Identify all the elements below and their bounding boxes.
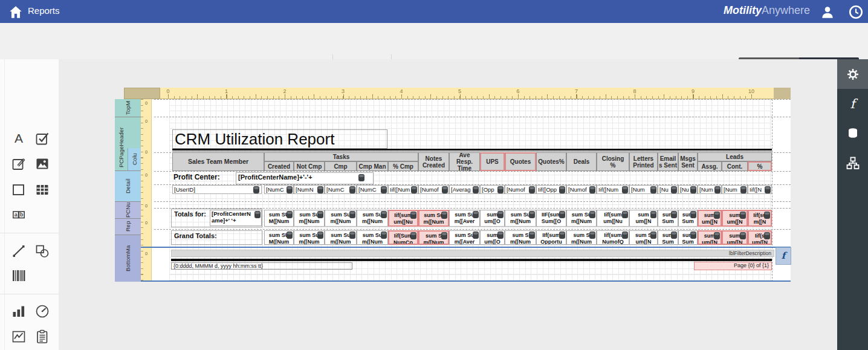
- grand-totals-cell[interactable]: IIf(sum Opportu: [536, 230, 566, 245]
- header-cell[interactable]: Ave Resp. Time: [449, 152, 480, 171]
- grand-totals-cell[interactable]: Iif(Sum NumCo: [388, 230, 418, 245]
- detail-field-textbox[interactable]: [Numof: [505, 185, 536, 194]
- totals-cell[interactable]: Iif(sum um([Nu: [597, 210, 629, 227]
- grand-totals-cell[interactable]: sum um([O: [480, 230, 505, 245]
- filter-description-label[interactable]: lblFilterDescription: [171, 250, 774, 257]
- totals-cell[interactable]: sum Su m([Num: [418, 210, 449, 227]
- grand-totals-cell[interactable]: sum Su m([Aver: [449, 230, 480, 245]
- detail-field-textbox[interactable]: Iif([Num: [388, 185, 418, 194]
- totals-cell[interactable]: sum Su m([Num: [357, 210, 388, 227]
- totals-cell[interactable]: sum um([N: [722, 210, 748, 227]
- header-cell[interactable]: Created: [264, 161, 294, 171]
- detail-field-textbox[interactable]: [Opp: [480, 185, 505, 194]
- totals-cell[interactable]: sum Su m([Num: [294, 210, 325, 227]
- band-tab-colu[interactable]: Colu: [128, 148, 141, 170]
- totals-cell[interactable]: sum SU M([Num: [264, 210, 294, 227]
- totals-cell[interactable]: sum Su m([Num: [566, 210, 597, 227]
- grand-totals-cell[interactable]: sum Sum: [678, 230, 698, 245]
- detail-field-textbox[interactable]: Iif([Num: [597, 185, 629, 194]
- detail-field-textbox[interactable]: [NumC: [264, 185, 294, 194]
- band-separator: [115, 235, 141, 235]
- totals-cell[interactable]: sum Sum: [658, 210, 678, 227]
- report-title-textbox[interactable]: CRM Utilization Report: [172, 129, 387, 149]
- totals-cell[interactable]: sum um([O: [480, 210, 505, 227]
- grand-totals-cell[interactable]: Iif(sum NumofQ: [597, 230, 629, 245]
- detail-field-textbox[interactable]: [NumN: [294, 185, 325, 194]
- totals-cell[interactable]: Iif(su m([N: [748, 210, 772, 227]
- detail-field-textbox[interactable]: [Num: [629, 185, 658, 194]
- detail-field-textbox[interactable]: Iif([Opp: [536, 185, 566, 194]
- totals-cell[interactable]: sum um([N: [629, 210, 658, 227]
- band-tab-pcnu[interactable]: PCNu: [115, 201, 141, 218]
- band-label: Detail: [115, 170, 141, 201]
- totals-cell[interactable]: sum um([N: [698, 210, 722, 227]
- header-cell[interactable]: Quotes%: [536, 152, 566, 171]
- detail-field-textbox[interactable]: [Nu: [678, 185, 698, 194]
- grand-totals-cell[interactable]: sum S m([Num: [418, 230, 449, 245]
- band-expression-button[interactable]: f: [776, 247, 791, 265]
- detail-userid-textbox[interactable]: [UserID]: [172, 185, 262, 194]
- header-cell[interactable]: Deals: [566, 152, 597, 171]
- data-field-icon: [497, 211, 504, 218]
- grand-totals-cell[interactable]: Iif(s um([N: [748, 230, 772, 245]
- header-cell[interactable]: Cmp Man: [357, 161, 388, 171]
- data-field-icon: [497, 232, 504, 239]
- header-cell[interactable]: Closing %: [597, 152, 629, 171]
- ruler-number: 10: [745, 88, 757, 94]
- header-cell[interactable]: Quotes: [505, 152, 536, 171]
- grand-totals-cell[interactable]: sum um([N: [722, 230, 748, 245]
- header-group-cell[interactable]: Tasks: [264, 152, 418, 161]
- band-tab-pc[interactable]: PC: [115, 156, 128, 170]
- totals-cell[interactable]: IIF(sum Sum([O: [536, 210, 566, 227]
- totals-cell[interactable]: sum Su m([Num: [325, 210, 357, 227]
- grand-totals-cell[interactable]: sum Su m([Num: [357, 230, 388, 245]
- totals-cell[interactable]: Iif(sum um([Nu: [388, 210, 418, 227]
- header-cell[interactable]: Msgs Sent: [678, 152, 698, 171]
- grand-totals-cell[interactable]: sum Sum: [658, 230, 678, 245]
- detail-field-textbox[interactable]: Iif([N: [748, 185, 772, 194]
- detail-field-textbox[interactable]: [Num: [698, 185, 722, 194]
- profit-center-label[interactable]: Profit Center:: [173, 173, 234, 183]
- detail-field-textbox[interactable]: [Numof: [418, 185, 449, 194]
- header-cell[interactable]: Not Cmp: [294, 161, 325, 171]
- grand-totals-cell[interactable]: sum S um([N: [629, 230, 658, 245]
- header-cell[interactable]: Email s Sent: [658, 152, 678, 171]
- detail-field-textbox[interactable]: [Nu: [658, 185, 678, 194]
- grand-totals-cell[interactable]: sum S m([Num: [566, 230, 597, 245]
- page-number-textbox[interactable]: Page {0} of {1}: [694, 262, 772, 270]
- profit-center-expression-textbox[interactable]: [ProfitCenterName]+'-'+: [236, 172, 374, 184]
- grand-totals-cell[interactable]: sum SU M([Num: [264, 230, 294, 245]
- totals-expression-textbox[interactable]: [ProfitCenterN ame]+' '+: [210, 210, 262, 226]
- header-group-cell[interactable]: Leads: [698, 152, 772, 161]
- header-cell[interactable]: % Cmp: [388, 161, 418, 171]
- header-cell[interactable]: Cont.: [722, 161, 748, 171]
- header-cell[interactable]: Sales Team Member: [172, 152, 264, 171]
- grand-totals-cell[interactable]: sum Su m([Num: [294, 230, 325, 245]
- totals-cell[interactable]: sum Su m([Num: [505, 210, 536, 227]
- header-cell[interactable]: Letters Printed: [629, 152, 658, 171]
- totals-cell[interactable]: sum Sum: [678, 210, 698, 227]
- detail-field-textbox[interactable]: [Num: [722, 185, 748, 194]
- band-tab-detail[interactable]: Detail: [115, 170, 141, 201]
- detail-field-textbox[interactable]: [NumC: [357, 185, 388, 194]
- grand-totals-cell[interactable]: sum S m([Num: [505, 230, 536, 245]
- detail-field-textbox[interactable]: [Averag: [449, 185, 480, 194]
- grand-totals-label[interactable]: Grand Totals:: [174, 232, 235, 241]
- band-tab-rep[interactable]: Rep: [115, 218, 141, 235]
- grand-totals-cell[interactable]: sum um([N: [698, 230, 722, 245]
- date-textbox[interactable]: {0:dddd, MMMM d, yyyy hh:mm:ss tt}: [171, 262, 352, 270]
- header-cell[interactable]: Cmp: [325, 161, 357, 171]
- header-cell[interactable]: UPS: [480, 152, 505, 171]
- detail-field-textbox[interactable]: [Numof: [566, 185, 597, 194]
- title-rule: [172, 149, 772, 151]
- header-cell[interactable]: %: [748, 161, 772, 171]
- band-tab-topm[interactable]: TopM: [115, 99, 141, 117]
- data-field-icon: [622, 232, 628, 239]
- header-cell[interactable]: Assg.: [698, 161, 722, 171]
- band-tab-bottomma[interactable]: BottomMa: [115, 235, 141, 282]
- grand-totals-cell[interactable]: sum Su m([Num: [325, 230, 357, 245]
- detail-field-textbox[interactable]: [NumC: [325, 185, 357, 194]
- ruler-number: 8: [629, 88, 641, 94]
- totals-cell[interactable]: sum Su m([Aver: [449, 210, 480, 227]
- header-cell[interactable]: Notes Created: [418, 152, 449, 171]
